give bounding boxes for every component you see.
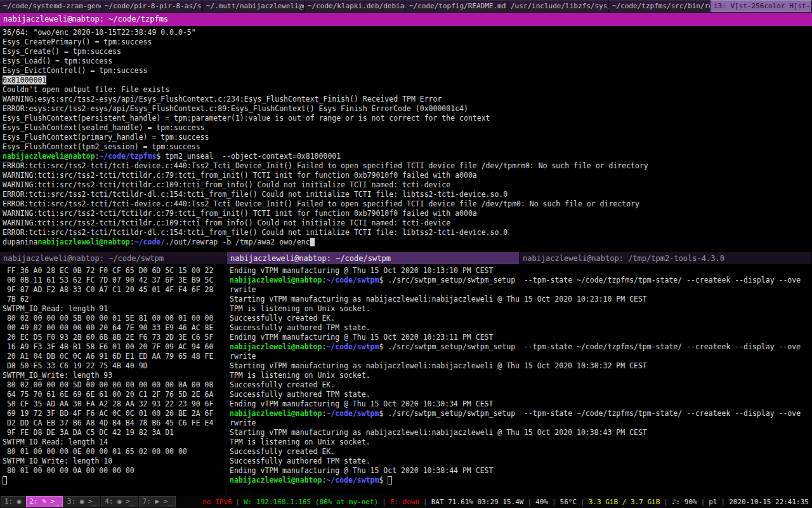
workspace-button-2[interactable]: 2: ✎ >_ bbox=[26, 496, 63, 507]
terminal-line: ERROR:esys:src/tss2-esys/api/Esys_FlushC… bbox=[3, 104, 812, 114]
text-segment: Esys_EvictControl() = tpm:success bbox=[3, 66, 147, 75]
focused-window-titlebar[interactable]: nabijaczleweli@nabtop: ~/code/tzpfms bbox=[0, 13, 812, 26]
tab-8[interactable]: i3: V[st-256color H[st-25… bbox=[710, 0, 812, 13]
text-segment: 80 02 00 00 00 5D 00 00 00 00 00 00 00 0… bbox=[3, 380, 213, 389]
tab-5[interactable]: ~/code/topfig/README.md (… bbox=[406, 0, 508, 13]
text-segment: ~/code/swtpm bbox=[326, 409, 379, 418]
terminal-line: 7B 62 bbox=[3, 295, 226, 304]
terminal-line: Ending vTPM manufacturing @ Thu 15 Oct 2… bbox=[230, 399, 812, 409]
text-segment: 9F FE D8 DE 3A DA C5 DC 42 19 82 3A D1 bbox=[3, 428, 174, 437]
text-segment: 20 A1 04 DB 0C 0C A6 91 6D E1 ED AA 79 6… bbox=[3, 352, 213, 361]
workspace-button-4[interactable]: 4: ◉ >_ bbox=[101, 496, 138, 507]
text-segment: Successfully authored TPM state. bbox=[230, 390, 370, 399]
text-segment: 80 01 00 00 00 0E 00 00 01 65 02 00 00 0… bbox=[3, 447, 187, 456]
workspace-button-3[interactable]: 3: ◉ >_ bbox=[63, 496, 100, 507]
terminal-line: Starting vTPM manufacturing as nabijaczl… bbox=[230, 428, 812, 438]
text-segment: ~/code/swtpm bbox=[326, 276, 379, 284]
terminal-line: nabijaczleweli@nabtop:~/code/swtpm$ ./sr… bbox=[230, 342, 812, 352]
status-segment: ♪: 90% bbox=[672, 498, 697, 506]
bottom-tab-1[interactable]: nabijaczleweli@nabtop: ~/code/swtpm bbox=[227, 251, 520, 264]
status-segment: pl bbox=[709, 498, 717, 506]
workspace-button-7[interactable]: 7: ▶ >_ bbox=[139, 496, 176, 507]
status-separator: | bbox=[548, 498, 560, 506]
terminal-line: Successfully created EK. bbox=[230, 314, 812, 323]
terminal-line: TPM is listening on Unix socket. bbox=[230, 371, 812, 380]
terminal-line: Esys_FlushContext(primary_handle) = tpm:… bbox=[3, 133, 812, 142]
main-terminal-tzpfms[interactable]: 36/64: "owo/enc 2020-10-15T22:38:49 0.0.… bbox=[0, 26, 812, 251]
terminal-line: Successfully authored TPM state. bbox=[230, 457, 812, 466]
cursor-block bbox=[310, 238, 315, 246]
terminal-line: 9F FE D8 DE 3A DA C5 DC 42 19 82 3A D1 bbox=[3, 428, 226, 438]
terminal-line: Esys_FlushContext(persistent_handle) = t… bbox=[3, 114, 812, 123]
text-segment: 69 19 72 3F BD 4F F6 AC 0C 0C 01 00 20 B… bbox=[3, 409, 213, 418]
bottom-tab-2[interactable]: nabijaczleweli@nabtop: /tmp/tpm2-tools-4… bbox=[520, 251, 812, 264]
text-segment: Successfully authored TPM state. bbox=[230, 457, 370, 465]
top-tab-bar: ~/code/systemd-zram-gener…~/code/pir-8-p… bbox=[0, 0, 812, 13]
status-segment: 56°C bbox=[560, 498, 577, 506]
status-segment: E: down bbox=[390, 498, 419, 506]
status-segment: 3.3 GiB / 3.7 GiB bbox=[589, 498, 660, 506]
i3-desktop: ~/code/systemd-zram-gener…~/code/pir-8-p… bbox=[0, 0, 812, 508]
i3-status-bar: 1: ◉2: ✎ >_3: ◉ >_4: ◉ >_7: ▶ >_ no IPv6… bbox=[0, 495, 812, 508]
terminal-line: Esys_Load() = tpm:success bbox=[3, 57, 812, 66]
terminal-line: nabijaczleweli@nabtop:~/code/swtpm$ bbox=[230, 476, 812, 485]
terminal-line: WARNING:tcti:src/tss2-tcti/tctildr.c:79:… bbox=[3, 171, 812, 180]
text-segment: Starting vTPM manufacturing as nabijaczl… bbox=[230, 428, 647, 437]
text-segment: TPM is listening on Unix socket. bbox=[230, 371, 370, 380]
swtpm-setup-terminal[interactable]: Ending vTPM manufacturing @ Thu 15 Oct 2… bbox=[227, 264, 812, 495]
terminal-line: Starting vTPM manufacturing as nabijaczl… bbox=[230, 361, 812, 371]
terminal-line: TPM is listening on Unix socket. bbox=[230, 304, 812, 314]
text-segment: Esys_FlushContext(primary_handle) = tpm:… bbox=[3, 133, 209, 142]
text-segment: D2 DD CA EB 37 B6 A8 4D B4 B4 78 B6 45 C… bbox=[3, 418, 213, 427]
terminal-line: 20 A1 04 DB 0C 0C A6 91 6D E1 ED AA 79 6… bbox=[3, 352, 226, 361]
tab-6[interactable]: /usr/include/libzfs/sys/n… bbox=[508, 0, 609, 13]
terminal-line: Esys_FlushContext(tpm2_session) = tpm:su… bbox=[3, 142, 812, 152]
terminal-line: rwrite bbox=[230, 352, 812, 361]
terminal-line: Ending vTPM manufacturing @ Thu 15 Oct 2… bbox=[230, 466, 812, 476]
terminal-line: SWTPM_IO_Write: length 10 bbox=[3, 457, 226, 466]
terminal-line: Successfully authored TPM state. bbox=[230, 323, 812, 333]
text-segment: 36/64: "owo/enc 2020-10-15T22:38:49 0.0.… bbox=[3, 28, 196, 37]
text-segment: nabijaczleweli@nabtop bbox=[3, 152, 95, 161]
terminal-line: Successfully created EK. bbox=[230, 380, 812, 390]
swtpm-io-terminal[interactable]: FF 36 A0 28 EC 0B 72 F0 CF 65 D0 6D 5C 1… bbox=[0, 264, 226, 495]
text-segment: D8 50 E5 33 C6 19 22 75 4B 40 9D bbox=[3, 361, 147, 370]
text-segment: ./out/rewrap -b /tmp/awa2 owo/enc bbox=[165, 237, 310, 246]
tab-4[interactable]: ~/code/klapki.deb/debian/… bbox=[304, 0, 406, 13]
pane-title-swtpm-io[interactable]: nabijaczleweli@nabtop: ~/code/swtpm bbox=[0, 251, 226, 264]
workspace-list: 1: ◉2: ✎ >_3: ◉ >_4: ◉ >_7: ▶ >_ bbox=[0, 495, 176, 508]
text-segment: nabijaczleweli@nabtop bbox=[230, 409, 322, 418]
text-segment: WARNING:tcti:src/tss2-tcti/tctildr.c:79:… bbox=[3, 209, 477, 218]
terminal-line: WARNING:esys:src/tss2-esys/api/Esys_Flus… bbox=[3, 95, 812, 104]
text-segment: SWTPM_IO_Read: length 14 bbox=[3, 438, 108, 446]
workspace-button-1[interactable]: 1: ◉ bbox=[1, 496, 25, 507]
terminal-line: nabijaczleweli@nabtop:~/code/tzpfms$ tpm… bbox=[3, 152, 812, 161]
text-segment: ~/code/swtpm bbox=[326, 342, 379, 351]
tab-7[interactable]: ~/code/tzpfms/src/bin/rew… bbox=[609, 0, 710, 13]
status-segment: BAT 71.61% 03:29 15.4W bbox=[431, 498, 524, 506]
text-segment: Ending vTPM manufacturing @ Thu 15 Oct 2… bbox=[230, 399, 493, 408]
terminal-line: Ending vTPM manufacturing @ Thu 15 Oct 2… bbox=[230, 333, 812, 342]
text-segment: rwrite bbox=[230, 285, 256, 294]
text-segment: TPM is listening on Unix socket. bbox=[230, 304, 370, 313]
text-segment: $ ./src/swtpm_setup/swtpm_setup --tpm-st… bbox=[379, 409, 801, 418]
tab-2[interactable]: ~/code/pir-8-pir-8-as/src… bbox=[102, 0, 203, 13]
text-segment: Successfully created EK. bbox=[230, 380, 335, 389]
bottom-tab-row: nabijaczleweli@nabtop: ~/code/swtpmnabij… bbox=[227, 251, 812, 264]
tab-3[interactable]: ~/.mutt/nabijaczleweli@gm… bbox=[203, 0, 304, 13]
terminal-line: 20 EC D5 F0 93 2B 60 6B 8B 2E F6 73 2D 3… bbox=[3, 333, 226, 342]
tab-1[interactable]: ~/code/systemd-zram-gener… bbox=[0, 0, 102, 13]
text-segment: Successfully authored TPM state. bbox=[230, 323, 370, 332]
text-segment: ~/code/tzpfms bbox=[99, 152, 156, 161]
text-segment: SWTPM_IO_Write: length 93 bbox=[3, 371, 112, 380]
text-segment: 80 02 00 00 00 5B 00 00 01 5E 81 00 00 0… bbox=[3, 314, 213, 323]
terminal-line: 80 02 00 00 00 5B 00 00 01 5E 81 00 00 0… bbox=[3, 314, 226, 323]
text-segment: 00 49 02 00 00 00 00 20 64 7E 90 33 E9 4… bbox=[3, 323, 213, 332]
status-separator: | bbox=[419, 498, 431, 506]
text-segment: 80 01 00 00 00 0A 00 00 00 00 bbox=[3, 466, 134, 475]
status-segments: no IPv6|W: 192.168.1.165 (86% at my-net)… bbox=[202, 498, 812, 506]
text-segment: SWTPM_IO_Read: length 91 bbox=[3, 304, 108, 313]
text-segment: rwrite bbox=[230, 352, 256, 361]
terminal-line: WARNING:tcti:src/tss2-tcti/tctildr.c:109… bbox=[3, 180, 812, 190]
text-segment: WARNING:tcti:src/tss2-tcti/tctildr.c:109… bbox=[3, 180, 450, 189]
